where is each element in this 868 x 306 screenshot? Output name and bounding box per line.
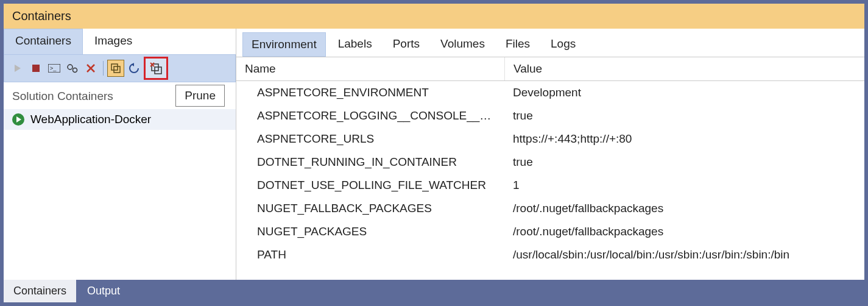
section-header-label: Solution Containers <box>12 90 113 102</box>
left-panel: Containers Images >_ <box>4 29 236 280</box>
containers-tool-window: Containers Containers Images >_ <box>4 4 864 302</box>
env-value-cell: true <box>504 151 864 174</box>
column-header-name[interactable]: Name <box>236 57 504 80</box>
grid-header-row: Name Value <box>236 57 864 81</box>
left-tabstrip: Containers Images <box>4 29 236 54</box>
env-name-cell: DOTNET_RUNNING_IN_CONTAINER <box>236 151 504 174</box>
env-value-cell: /root/.nuget/fallbackpackages <box>504 197 864 220</box>
prune-button[interactable] <box>144 57 168 80</box>
env-value-cell: true <box>504 104 864 127</box>
window-title: Containers <box>4 4 864 29</box>
tab-files[interactable]: Files <box>497 32 538 57</box>
table-row[interactable]: DOTNET_RUNNING_IN_CONTAINERtrue <box>236 151 864 174</box>
tab-volumes[interactable]: Volumes <box>432 32 493 57</box>
container-tree-item[interactable]: WebApplication-Docker <box>4 109 236 130</box>
env-name-cell: NUGET_PACKAGES <box>236 220 504 243</box>
detail-tabstrip: Environment Labels Ports Volumes Files L… <box>236 29 864 57</box>
show-all-button[interactable] <box>107 60 124 77</box>
tab-environment[interactable]: Environment <box>242 32 326 57</box>
environment-grid: Name Value ASPNETCORE_ENVIRONMENTDevelop… <box>236 57 864 280</box>
svg-point-5 <box>73 68 77 73</box>
svg-marker-0 <box>15 65 21 72</box>
env-name-cell: ASPNETCORE_URLS <box>236 127 504 151</box>
bottom-tab-containers[interactable]: Containers <box>4 280 76 302</box>
tab-logs[interactable]: Logs <box>542 32 584 57</box>
grid-body: ASPNETCORE_ENVIRONMENTDevelopmentASPNETC… <box>236 81 864 266</box>
env-value-cell: 1 <box>504 174 864 197</box>
bottom-tabstrip: Containers Output <box>4 280 864 302</box>
terminal-button[interactable]: >_ <box>46 60 63 77</box>
tab-ports[interactable]: Ports <box>384 32 428 57</box>
settings-button[interactable] <box>64 60 81 77</box>
table-row[interactable]: ASPNETCORE_LOGGING__CONSOLE__DISA...true <box>236 104 864 127</box>
svg-point-4 <box>68 65 72 69</box>
main-split: Containers Images >_ <box>4 29 864 280</box>
prune-tooltip: Prune <box>175 85 225 107</box>
svg-rect-1 <box>32 65 40 72</box>
env-name-cell: ASPNETCORE_LOGGING__CONSOLE__DISA... <box>236 104 504 127</box>
env-value-cell: /root/.nuget/fallbackpackages <box>504 220 864 243</box>
env-name-cell: DOTNET_USE_POLLING_FILE_WATCHER <box>236 174 504 197</box>
svg-text:>_: >_ <box>50 65 57 71</box>
svg-rect-8 <box>111 64 118 70</box>
svg-rect-9 <box>114 66 120 73</box>
right-panel: Environment Labels Ports Volumes Files L… <box>236 29 864 280</box>
container-name-label: WebApplication-Docker <box>30 113 151 126</box>
env-value-cell: /usr/local/sbin:/usr/local/bin:/usr/sbin… <box>504 243 864 266</box>
env-name-cell: ASPNETCORE_ENVIRONMENT <box>236 81 504 104</box>
toolbar-separator <box>103 61 104 76</box>
env-name-cell: PATH <box>236 243 504 266</box>
table-row[interactable]: DOTNET_USE_POLLING_FILE_WATCHER1 <box>236 174 864 197</box>
table-row[interactable]: NUGET_PACKAGES/root/.nuget/fallbackpacka… <box>236 220 864 243</box>
running-icon <box>12 113 24 126</box>
section-header: Solution Containers Prune <box>4 82 236 109</box>
table-row[interactable]: ASPNETCORE_URLShttps://+:443;http://+:80 <box>236 127 864 151</box>
env-name-cell: NUGET_FALLBACK_PACKAGES <box>236 197 504 220</box>
bottom-tab-output[interactable]: Output <box>77 280 130 302</box>
table-row[interactable]: NUGET_FALLBACK_PACKAGES/root/.nuget/fall… <box>236 197 864 220</box>
start-button[interactable] <box>9 60 26 77</box>
container-toolbar: >_ <box>4 54 236 82</box>
tab-containers[interactable]: Containers <box>4 29 83 54</box>
delete-button[interactable] <box>82 60 99 77</box>
table-row[interactable]: ASPNETCORE_ENVIRONMENTDevelopment <box>236 81 864 104</box>
stop-button[interactable] <box>27 60 44 77</box>
tab-labels[interactable]: Labels <box>330 32 381 57</box>
env-value-cell: https://+:443;http://+:80 <box>504 127 864 151</box>
table-row[interactable]: PATH/usr/local/sbin:/usr/local/bin:/usr/… <box>236 243 864 266</box>
column-header-value[interactable]: Value <box>504 57 864 80</box>
refresh-button[interactable] <box>125 60 143 77</box>
svg-marker-10 <box>132 63 134 66</box>
env-value-cell: Development <box>504 81 864 104</box>
tab-images[interactable]: Images <box>83 29 144 54</box>
